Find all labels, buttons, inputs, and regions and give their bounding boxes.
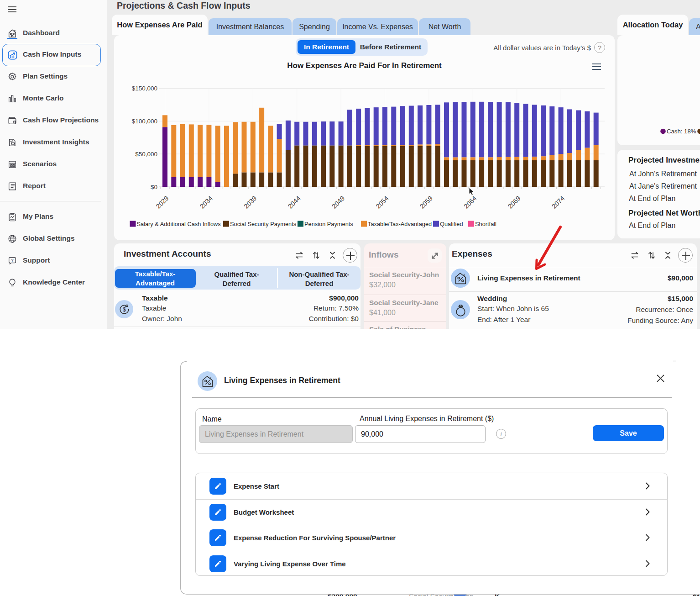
svg-text:Social Security Payments: Social Security Payments (230, 221, 296, 227)
svg-text:$100,000: $100,000 (132, 118, 157, 125)
svg-text:2059: 2059 (418, 195, 434, 210)
svg-text:$150,000: $150,000 (132, 85, 157, 92)
svg-text:2029: 2029 (154, 195, 170, 210)
svg-text:Cash: 18%: Cash: 18% (667, 128, 696, 134)
svg-text:Shortfall: Shortfall (475, 221, 496, 227)
svg-text:2039: 2039 (242, 195, 258, 210)
svg-text:Qualified: Qualified (440, 221, 463, 227)
svg-text:2044: 2044 (287, 195, 302, 210)
svg-text:Pension Payments: Pension Payments (304, 221, 353, 227)
svg-text:2074: 2074 (550, 195, 566, 210)
svg-text:?: ? (11, 258, 13, 263)
svg-text:$: $ (123, 306, 126, 313)
svg-text:$0: $0 (151, 184, 157, 190)
svg-text:2049: 2049 (330, 195, 346, 210)
svg-text:2064: 2064 (462, 195, 478, 210)
svg-text:2054: 2054 (374, 195, 390, 210)
svg-text:Salary & Additional Cash Inflo: Salary & Additional Cash Inflows (137, 221, 221, 227)
svg-text:Taxable/Tax-Advantaged: Taxable/Tax-Advantaged (368, 221, 432, 227)
svg-text:$50,000: $50,000 (135, 151, 157, 158)
svg-text:2069: 2069 (507, 195, 522, 210)
svg-text:2034: 2034 (199, 195, 214, 210)
